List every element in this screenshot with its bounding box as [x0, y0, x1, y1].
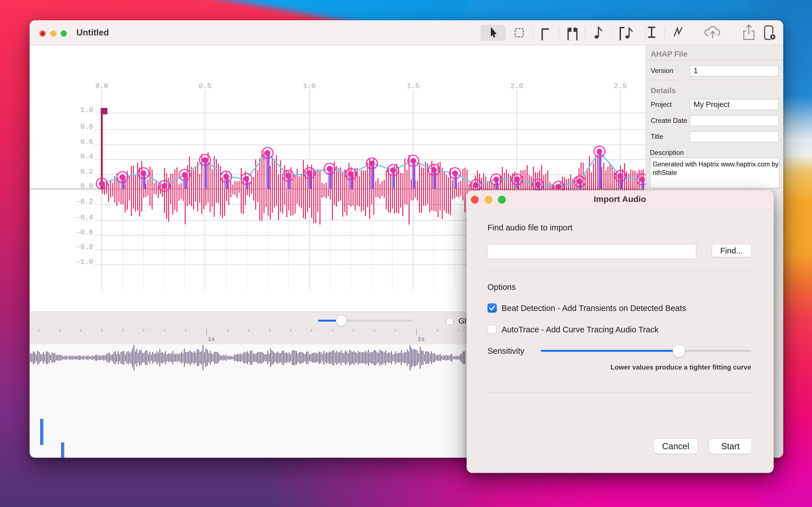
svg-text:0.2: 0.2 [80, 168, 93, 176]
svg-text:0.8: 0.8 [80, 123, 93, 131]
svg-text:-0.2: -0.2 [76, 198, 93, 206]
svg-text:0.4: 0.4 [80, 153, 93, 161]
svg-text:0.6: 0.6 [80, 138, 93, 146]
svg-text:0.0: 0.0 [80, 182, 93, 190]
svg-text:1.0: 1.0 [303, 82, 315, 91]
svg-text:1s: 1s [208, 336, 215, 342]
svg-text:0.5: 0.5 [199, 82, 211, 91]
svg-text:-0.4: -0.4 [76, 214, 93, 222]
svg-text:2s: 2s [417, 336, 424, 342]
svg-text:2.0: 2.0 [510, 82, 523, 91]
svg-text:1.5: 1.5 [407, 82, 419, 91]
svg-text:-0.6: -0.6 [76, 228, 93, 237]
svg-text:-1.0: -1.0 [76, 258, 93, 266]
svg-text:1.0: 1.0 [80, 106, 93, 114]
svg-text:0.0: 0.0 [95, 82, 108, 91]
svg-text:2.5: 2.5 [614, 82, 626, 91]
svg-text:-0.8: -0.8 [76, 243, 93, 251]
